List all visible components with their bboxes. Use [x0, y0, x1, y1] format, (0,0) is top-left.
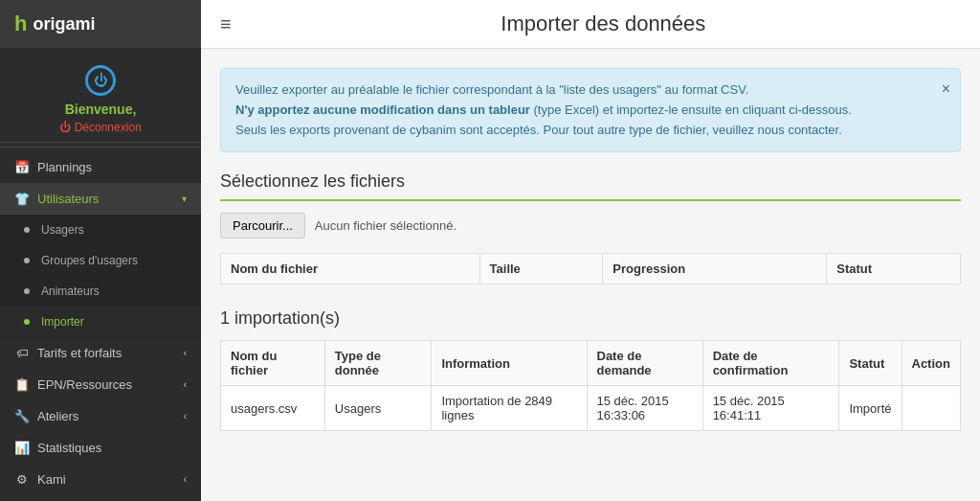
- page-title: Importer des données: [246, 11, 961, 36]
- utilisateurs-label: Utilisateurs: [37, 192, 99, 206]
- epn-arrow: ‹: [184, 379, 187, 390]
- plannings-label: Plannings: [37, 160, 92, 174]
- animateurs-label: Animateurs: [41, 285, 100, 298]
- import-col-statut: Statut: [839, 341, 902, 386]
- sidebar-item-tarifs[interactable]: 🏷 Tarifs et forfaits ‹: [0, 337, 201, 369]
- file-col-name: Nom du fichier: [221, 254, 480, 285]
- ateliers-label: Ateliers: [37, 409, 78, 423]
- file-upload-table: Nom du fichier Taille Progression Statut: [220, 253, 961, 285]
- main-content: ≡ Importer des données × Veuillez export…: [201, 0, 980, 501]
- kami-icon: ⚙: [14, 472, 30, 487]
- user-area: ⏻ Bienvenue, ⏻ Déconnexion: [0, 48, 201, 143]
- deconnexion-button[interactable]: ⏻ Déconnexion: [14, 121, 187, 134]
- divider-1: [0, 147, 201, 148]
- browse-button[interactable]: Parcourir...: [220, 213, 305, 239]
- sidebar-item-ateliers[interactable]: 🔧 Ateliers ‹: [0, 400, 201, 432]
- import-history-table: Nom du fichier Type de donnée Informatio…: [220, 340, 961, 431]
- ateliers-icon: 🔧: [14, 409, 30, 423]
- statistiques-label: Statistiques: [37, 441, 101, 455]
- tarifs-label: Tarifs et forfaits: [37, 346, 122, 360]
- kami-arrow: ‹: [184, 474, 187, 485]
- groupes-label: Groupes d'usagers: [41, 254, 138, 267]
- power-icon: ⏻: [85, 65, 116, 96]
- hamburger-button[interactable]: ≡: [220, 13, 232, 35]
- import-col-date-demande: Date de demande: [587, 341, 702, 386]
- alert-line1: Veuillez exporter au préalable le fichie…: [235, 82, 748, 97]
- tarifs-icon: 🏷: [14, 346, 30, 360]
- row-date-demande: 15 déc. 201516:33:06: [587, 386, 702, 431]
- epn-icon: 📋: [14, 377, 30, 392]
- groupes-dot: [24, 258, 30, 263]
- utilisateurs-submenu: Usagers Groupes d'usagers Animateurs Imp…: [0, 215, 201, 337]
- row-nom: usagers.csv: [221, 386, 325, 431]
- import-col-date-confirm: Date de confirmation: [702, 341, 839, 386]
- table-row: usagers.csv Usagers Importation de 2849 …: [221, 386, 961, 431]
- usagers-label: Usagers: [41, 223, 84, 237]
- import-count-label: 1 importation(s): [220, 308, 961, 329]
- alert-line3: Seuls les exports provenant de cybanim s…: [235, 123, 842, 137]
- sidebar-item-kami[interactable]: ⚙ Kami ‹: [0, 464, 201, 495]
- alert-close-button[interactable]: ×: [942, 77, 950, 102]
- file-section-title: Sélectionnez les fichiers: [220, 171, 961, 201]
- sidebar-item-utilisateurs[interactable]: 👕 Utilisateurs ▾: [0, 183, 201, 215]
- sidebar-item-groupes[interactable]: Groupes d'usagers: [0, 245, 201, 276]
- file-col-status: Statut: [827, 254, 961, 285]
- no-file-text: Aucun fichier sélectionné.: [315, 218, 457, 233]
- usagers-dot: [24, 227, 30, 233]
- import-col-type: Type de donnée: [324, 341, 432, 386]
- file-col-size: Taille: [479, 254, 603, 285]
- logo-area: h origami: [0, 0, 201, 48]
- sidebar-item-plannings[interactable]: 📅 Plannings: [0, 151, 201, 183]
- import-col-nom: Nom du fichier: [221, 341, 325, 386]
- sidebar-item-epn[interactable]: 📋 EPN/Ressources ‹: [0, 369, 201, 400]
- row-date-confirmation: 15 déc. 201516:41:11: [702, 386, 839, 431]
- kami-label: Kami: [37, 472, 66, 487]
- main-header: ≡ Importer des données: [201, 0, 980, 49]
- alert-line2-bold: N'y apportez aucune modification dans un…: [235, 102, 530, 117]
- statistiques-icon: 📊: [14, 441, 30, 455]
- animateurs-dot: [24, 288, 30, 294]
- logo-text: origami: [33, 14, 95, 34]
- sidebar-item-usagers[interactable]: Usagers: [0, 215, 201, 245]
- importer-dot: [24, 319, 30, 325]
- sidebar-item-importer[interactable]: Importer: [0, 307, 201, 337]
- sidebar-item-statistiques[interactable]: 📊 Statistiques: [0, 432, 201, 464]
- row-statut: Importé: [839, 386, 902, 431]
- row-action: [902, 386, 961, 431]
- import-col-action: Action: [902, 341, 961, 386]
- utilisateurs-arrow: ▾: [182, 194, 187, 204]
- file-col-progress: Progression: [603, 254, 827, 285]
- utilisateurs-icon: 👕: [14, 192, 30, 206]
- alert-box: × Veuillez exporter au préalable le fich…: [220, 68, 961, 152]
- row-information: Importation de 2849 lignes: [432, 386, 587, 431]
- epn-label: EPN/Ressources: [37, 377, 132, 392]
- main-body: × Veuillez exporter au préalable le fich…: [201, 49, 980, 501]
- ateliers-arrow: ‹: [184, 411, 187, 421]
- plannings-icon: 📅: [14, 160, 30, 174]
- row-type: Usagers: [324, 386, 432, 431]
- bienvenue-label: Bienvenue,: [14, 102, 187, 117]
- tarifs-arrow: ‹: [184, 348, 187, 358]
- importer-label: Importer: [41, 315, 84, 329]
- file-input-row: Parcourir... Aucun fichier sélectionné.: [220, 213, 961, 239]
- alert-line2-rest: (type Excel) et importez-le ensuite en c…: [530, 102, 852, 117]
- import-col-info: Information: [432, 341, 587, 386]
- sidebar-item-animateurs[interactable]: Animateurs: [0, 276, 201, 307]
- sidebar: h origami ⏻ Bienvenue, ⏻ Déconnexion 📅 P…: [0, 0, 201, 501]
- logo-icon: h: [14, 11, 27, 36]
